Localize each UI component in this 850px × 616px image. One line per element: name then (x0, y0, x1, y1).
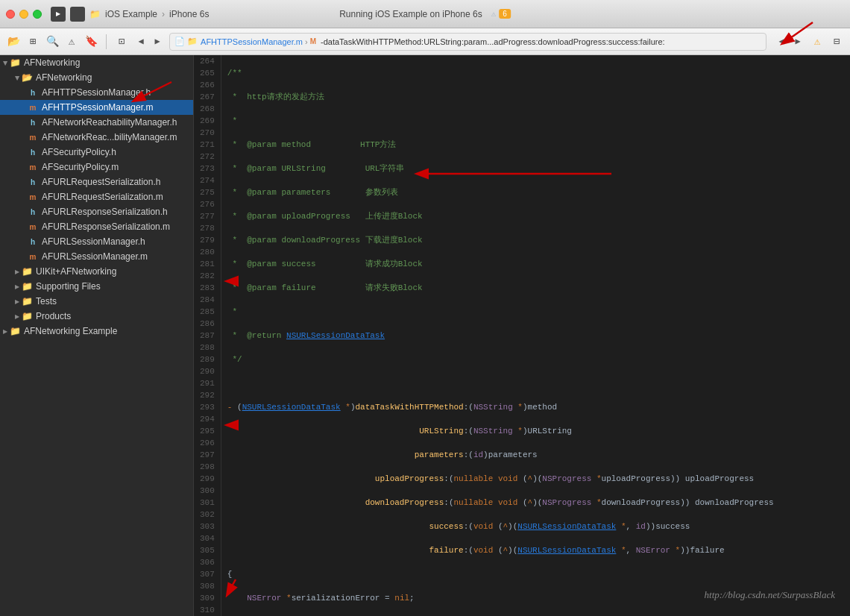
nav-arrows: ◀ ▶ (133, 34, 165, 49)
sidebar-file-label: AFHTTPSessionManager.h (42, 87, 151, 98)
sidebar-file-urlreq-m[interactable]: m AFURLRequestSerialization.m (0, 189, 193, 204)
sidebar-file-afhttp-h[interactable]: h AFHTTPSessionManager.h (0, 85, 193, 100)
code-line-271: * @param downloadProgress 下载进度Block (227, 234, 850, 246)
sidebar-root[interactable]: ▶ 📁 AFNetworking (0, 55, 193, 70)
sidebar-file-sec-h[interactable]: h AFSecurityPolicy.h (0, 145, 193, 160)
folder-icon[interactable]: 📂 (6, 34, 21, 49)
code-line-265: * http请求的发起方法 (227, 91, 850, 103)
root-folder-icon: 📁 (9, 57, 21, 69)
toolbar-separator (106, 34, 107, 49)
sidebar-tests-group[interactable]: ▶ 📁 Tests (0, 294, 193, 309)
code-line-273: * @param failure 请求失败Block (227, 282, 850, 294)
layout-icon[interactable]: ⊡ (114, 34, 129, 49)
status-text: Running iOS Example on iPhone 6s (339, 9, 482, 19)
code-line-282: downloadProgress:(nullable void (^)(NSPr… (227, 497, 850, 509)
m3-file-icon: m (27, 161, 39, 173)
close-button[interactable] (6, 10, 15, 19)
breadcrumb-file[interactable]: AFHTTPSessionManager.m (201, 37, 303, 46)
minimize-button[interactable] (19, 10, 28, 19)
m-file-icon: m (27, 101, 39, 113)
code-line-284: failure:(void (^)(NSURLSessionDataTask *… (227, 544, 850, 556)
sidebar-tests-label: Tests (36, 296, 57, 307)
sidebar-file-label: AFNetworkReac...bilityManager.m (42, 132, 177, 142)
warning-badge: 6 (499, 9, 511, 19)
h6-file-icon: h (27, 236, 39, 248)
code-line-272: * @param success 请求成功Block (227, 258, 850, 270)
sidebar-file-urlres-h[interactable]: h AFURLResponseSerialization.h (0, 204, 193, 219)
code-line-283: success:(void (^)(NSURLSessionDataTask *… (227, 521, 850, 532)
uikit-folder-icon: 📁 (21, 265, 33, 277)
status-bar: Running iOS Example on iPhone 6s ⚠️ 6 (339, 9, 511, 19)
sidebar-file-label: AFSecurityPolicy.m (42, 162, 119, 172)
sidebar-file-afnetreach-m[interactable]: m AFNetworkReac...bilityManager.m (0, 130, 193, 145)
titlebar: ▶ 📁 iOS Example › iPhone 6s Running iOS … (0, 0, 850, 28)
products-folder-icon: 📁 (21, 310, 33, 322)
stop-button[interactable] (70, 7, 85, 22)
code-line-279: URLString:(NSString *)URLString (227, 425, 850, 437)
grid-icon[interactable]: ⊞ (25, 34, 40, 49)
sidebar-file-afhttp-m[interactable]: m AFHTTPSessionManager.m (0, 100, 193, 115)
m5-file-icon: m (27, 221, 39, 233)
breadcrumb-icons: 📄 📁 (174, 37, 198, 46)
sidebar-file-label: AFURLResponseSerialization.m (42, 221, 170, 232)
code-line-274: * (227, 306, 850, 318)
sidebar-uikit-label: UIKit+AFNetworking (36, 266, 116, 277)
code-line-280: parameters:(id)parameters (227, 449, 850, 461)
m2-file-icon: m (27, 131, 39, 143)
triangle-closed-icon5: ▶ (3, 328, 7, 335)
sidebar-file-label-m: AFHTTPSessionManager.m (42, 102, 153, 113)
sidebar-file-label: AFURLRequestSerialization.m (42, 192, 163, 202)
alert-icon[interactable]: ⚠ (810, 34, 825, 49)
sidebar-supporting-group[interactable]: ▶ 📁 Supporting Files (0, 279, 193, 294)
code-editor: 264265266267268 269270271272273 27427527… (194, 55, 850, 616)
example-folder-icon: 📁 (9, 325, 21, 337)
h-file-icon: h (27, 87, 39, 98)
fullscreen-button[interactable] (33, 10, 42, 19)
sidebar-file-urlsess-h[interactable]: h AFURLSessionManager.h (0, 234, 193, 249)
breadcrumb-forward-icon[interactable]: ▶ (790, 34, 805, 49)
pane-icon[interactable]: ⊟ (829, 34, 844, 49)
sidebar-file-sec-m[interactable]: m AFSecurityPolicy.m (0, 160, 193, 175)
sidebar-root-label: AFNetworking (24, 57, 80, 68)
sidebar-file-label: AFURLSessionManager.m (42, 251, 148, 262)
code-line-278: - (NSURLSessionDataTask *)dataTaskWithHT… (227, 401, 850, 413)
code-line-277 (227, 377, 850, 389)
main-layout: ▶ 📁 AFNetworking ▶ 📂 AFNetworking h AFHT… (0, 55, 850, 616)
breadcrumb-back-icon[interactable]: ◀ (774, 34, 789, 49)
sidebar-uikit-group[interactable]: ▶ 📁 UIKit+AFNetworking (0, 264, 193, 279)
code-line-266: * (227, 115, 850, 127)
watermark: http://blog.csdn.net/SurpassBlack (705, 589, 835, 601)
code-line-285: { (227, 568, 850, 580)
toolbar: 📂 ⊞ 🔍 ⚠ 🔖 ⊡ ◀ ▶ 📄 📁 AFHTTPSessionManager… (0, 28, 850, 55)
code-line-267: * @param method HTTP方法 (227, 139, 850, 151)
search-icon[interactable]: 🔍 (45, 34, 60, 49)
sidebar-file-urlsess-m[interactable]: m AFURLSessionManager.m (0, 249, 193, 264)
sidebar-supporting-label: Supporting Files (36, 281, 101, 292)
m4-file-icon: m (27, 191, 39, 203)
m6-file-icon: m (27, 251, 39, 263)
supporting-folder-icon: 📁 (21, 280, 33, 292)
run-button[interactable]: ▶ (51, 7, 66, 22)
code-content: 264265266267268 269270271272273 27427527… (194, 55, 850, 616)
nav-back-icon[interactable]: ◀ (133, 34, 148, 49)
sidebar-file-urlreq-h[interactable]: h AFURLRequestSerialization.h (0, 175, 193, 189)
sidebar-products-group[interactable]: ▶ 📁 Products (0, 309, 193, 324)
nav-forward-icon[interactable]: ▶ (150, 34, 165, 49)
sidebar-afnetworking-label: AFNetworking (36, 72, 92, 83)
breadcrumb-bar: 📄 📁 AFHTTPSessionManager.m › M -dataTask… (169, 33, 766, 51)
sidebar-group-afnetworking[interactable]: ▶ 📂 AFNetworking (0, 70, 193, 85)
breadcrumb-nav: ◀ ▶ (774, 34, 805, 49)
code-line-270: * @param uploadProgress 上传进度Block (227, 210, 850, 222)
h5-file-icon: h (27, 206, 39, 218)
afnetworking-folder-icon: 📂 (21, 72, 33, 84)
bookmark-icon[interactable]: 🔖 (84, 34, 98, 49)
sidebar-file-label: AFURLSessionManager.h (42, 236, 145, 247)
code-line-264: /** (227, 67, 850, 79)
sidebar-example-group[interactable]: ▶ 📁 AFNetworking Example (0, 324, 193, 339)
breadcrumb-method[interactable]: -dataTaskWithHTTPMethod:URLString:param.… (321, 37, 665, 46)
code-line-275: * @return NSURLSessionDataTask (227, 330, 850, 342)
warning-icon[interactable]: ⚠ (64, 34, 79, 49)
tests-folder-icon: 📁 (21, 295, 33, 307)
sidebar-file-afnetreach-h[interactable]: h AFNetworkReachabilityManager.h (0, 115, 193, 130)
sidebar-file-urlres-m[interactable]: m AFURLResponseSerialization.m (0, 219, 193, 234)
